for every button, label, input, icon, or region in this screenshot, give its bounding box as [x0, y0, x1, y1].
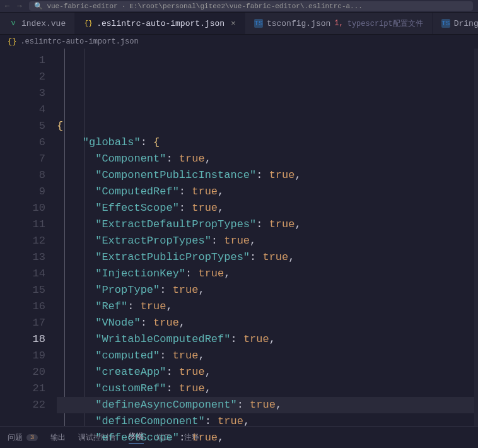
- line-number: 12: [0, 233, 45, 249]
- search-text: vue-fabric-editor: [47, 3, 117, 10]
- code-line[interactable]: "computed": true,: [57, 348, 478, 364]
- command-center[interactable]: 🔍 vue-fabric-editor · E:\root\personal\g…: [29, 1, 473, 11]
- line-number: 3: [0, 85, 45, 102]
- line-gutter: 12345678910111213141516171819202122: [0, 49, 57, 426]
- nav-back-icon[interactable]: ←: [5, 2, 9, 11]
- line-number: 11: [0, 216, 45, 233]
- code-line[interactable]: "PropType": true,: [57, 282, 478, 298]
- line-number: 8: [0, 167, 45, 184]
- line-number: 9: [0, 184, 45, 200]
- line-number: 7: [0, 151, 45, 167]
- code-line[interactable]: "ComputedRef": true,: [57, 184, 478, 200]
- code-line[interactable]: "createApp": true,: [57, 364, 478, 380]
- line-number: 10: [0, 200, 45, 216]
- minimap[interactable]: [474, 49, 478, 426]
- code-line[interactable]: "WritableComputedRef": true,: [57, 331, 478, 348]
- tab-label: DringPlugin.ts: [454, 19, 478, 28]
- title-bar: ← → 🔍 vue-fabric-editor · E:\root\person…: [0, 0, 478, 13]
- code-line[interactable]: "ComponentPublicInstance": true,: [57, 167, 478, 184]
- code-line[interactable]: "InjectionKey": true,: [57, 266, 478, 282]
- search-icon: 🔍: [34, 2, 43, 10]
- line-number: 16: [0, 298, 45, 315]
- tab-error-count: 1,: [334, 19, 343, 28]
- ts-icon: TS: [254, 19, 263, 28]
- code-line[interactable]: "effectScope": true,: [57, 430, 478, 446]
- code-line[interactable]: "defineComponent": true,: [57, 413, 478, 430]
- nav-forward-icon[interactable]: →: [17, 2, 21, 11]
- code-line[interactable]: {: [57, 118, 478, 134]
- code-line[interactable]: "ExtractPropTypes": true,: [57, 233, 478, 249]
- editor-tab[interactable]: Vindex.vue: [0, 13, 75, 34]
- line-number: 15: [0, 282, 45, 298]
- breadcrumb-file: .eslintrc-auto-import.json: [20, 37, 138, 46]
- line-number: 6: [0, 134, 45, 151]
- tab-label: .eslintrc-auto-import.json: [96, 19, 224, 28]
- line-number: 2: [0, 69, 45, 85]
- breadcrumb[interactable]: {} .eslintrc-auto-import.json: [0, 35, 478, 49]
- problems-count-badge: 3: [26, 434, 38, 441]
- code-line[interactable]: "ExtractPublicPropTypes": true,: [57, 249, 478, 266]
- code-line[interactable]: "Component": true,: [57, 151, 478, 167]
- panel-tab-problems[interactable]: 问题 3: [8, 432, 38, 443]
- vue-icon: V: [9, 19, 18, 28]
- editor-tabs: Vindex.vue{}.eslintrc-auto-import.json×T…: [0, 13, 478, 35]
- line-number: 13: [0, 249, 45, 266]
- tab-label: index.vue: [21, 19, 66, 28]
- line-number: 18: [0, 331, 45, 348]
- line-number: 19: [0, 348, 45, 364]
- ts-icon: TS: [441, 19, 450, 28]
- code-content[interactable]: { "globals": { "Component": true, "Compo…: [57, 49, 478, 426]
- code-line[interactable]: "Ref": true,: [57, 298, 478, 315]
- editor-tab[interactable]: TSDringPlugin.ts: [433, 13, 478, 34]
- code-line[interactable]: "globals": {: [57, 134, 478, 151]
- line-number: 1: [0, 52, 45, 69]
- code-line[interactable]: "ExtractDefaultPropTypes": true,: [57, 216, 478, 233]
- line-number: 5: [0, 118, 45, 134]
- editor-tab[interactable]: {}.eslintrc-auto-import.json×: [75, 13, 245, 34]
- line-number: 22: [0, 397, 45, 413]
- code-line[interactable]: "VNode": true,: [57, 315, 478, 331]
- editor-area[interactable]: 12345678910111213141516171819202122 { "g…: [0, 49, 478, 426]
- json-icon: {}: [8, 37, 16, 46]
- tab-label: tsconfig.json: [267, 19, 330, 28]
- search-path: E:\root\personal\gitee2\vue-fabric-edito…: [129, 3, 363, 10]
- line-number: 14: [0, 266, 45, 282]
- code-line[interactable]: "EffectScope": true,: [57, 200, 478, 216]
- code-line[interactable]: "defineAsyncComponent": true,: [57, 397, 478, 413]
- json-icon: {}: [84, 19, 93, 28]
- line-number: 20: [0, 364, 45, 380]
- line-number: 4: [0, 102, 45, 118]
- line-number: 21: [0, 380, 45, 397]
- close-icon[interactable]: ×: [231, 19, 236, 28]
- code-line[interactable]: "customRef": true,: [57, 380, 478, 397]
- editor-tab[interactable]: TStsconfig.json 1, typescript配置文件: [245, 13, 433, 34]
- tab-info: typescript配置文件: [347, 18, 423, 29]
- line-number: 17: [0, 315, 45, 331]
